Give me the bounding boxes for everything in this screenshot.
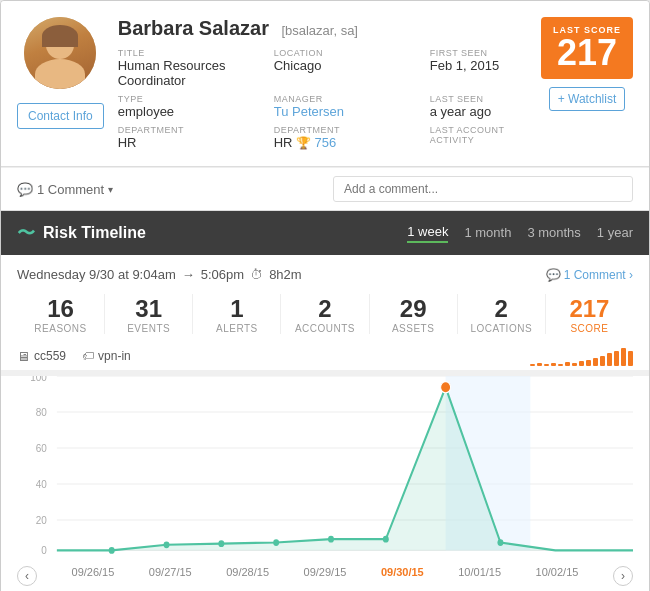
date-label-5: 09/30/15 bbox=[381, 566, 424, 586]
comment-input[interactable] bbox=[333, 176, 633, 202]
svg-point-15 bbox=[164, 541, 170, 548]
timeline-date-row: Wednesday 9/30 at 9:04am → 5:06pm ⏱ 8h2m… bbox=[17, 267, 633, 282]
date-label-3: 09/28/15 bbox=[226, 566, 269, 586]
date-text: Wednesday 9/30 at 9:04am bbox=[17, 267, 176, 282]
score-bar-6 bbox=[572, 363, 577, 366]
score-bar-0 bbox=[530, 364, 535, 366]
first-seen-value: Feb 1, 2015 bbox=[430, 58, 527, 73]
timeline-date: Wednesday 9/30 at 9:04am → 5:06pm ⏱ 8h2m bbox=[17, 267, 302, 282]
stat-alerts-label: ALERTS bbox=[193, 323, 280, 334]
stat-locations-label: LOCATIONS bbox=[458, 323, 545, 334]
stat-score-label: SCORE bbox=[546, 323, 633, 334]
rank-icon: 🏆 bbox=[296, 136, 314, 150]
last-seen-value: a year ago bbox=[430, 104, 527, 119]
type-label: TYPE bbox=[118, 94, 258, 104]
time-filter-1year[interactable]: 1 year bbox=[597, 225, 633, 242]
score-bar-8 bbox=[586, 360, 591, 366]
svg-text:40: 40 bbox=[36, 478, 47, 491]
tag-row: 🖥 cc559 🏷 vpn-in bbox=[17, 346, 633, 370]
profile-name: Barbara Salazar bbox=[118, 17, 269, 39]
stat-events-label: EVENTS bbox=[105, 323, 192, 334]
svg-point-20 bbox=[441, 382, 451, 393]
score-number: 217 bbox=[553, 35, 621, 71]
risk-title: 〜 Risk Timeline bbox=[17, 221, 146, 245]
dept-label: DEPARTMENT bbox=[118, 125, 258, 135]
profile-username: [bsalazar, sa] bbox=[281, 23, 358, 38]
stat-score-number: 217 bbox=[546, 295, 633, 323]
manager-label: MANAGER bbox=[274, 94, 414, 104]
score-bar-2 bbox=[544, 364, 549, 366]
tag-vpn: 🏷 vpn-in bbox=[82, 349, 131, 363]
svg-point-14 bbox=[109, 547, 115, 554]
score-bar-10 bbox=[600, 356, 605, 366]
svg-point-21 bbox=[497, 539, 503, 546]
score-bar-12 bbox=[614, 351, 619, 366]
first-seen-label: FIRST SEEN bbox=[430, 48, 527, 58]
manager-value[interactable]: Tu Petersen bbox=[274, 104, 414, 119]
field-last-account: LAST ACCOUNT ACTIVITY bbox=[430, 125, 527, 150]
comment-count-label: 1 Comment bbox=[37, 182, 104, 197]
stat-reasons: 16 REASONS bbox=[17, 295, 104, 334]
date-label-7: 10/02/15 bbox=[536, 566, 579, 586]
stat-events: 31 EVENTS bbox=[105, 295, 192, 334]
svg-point-17 bbox=[273, 539, 279, 546]
score-bar-3 bbox=[551, 363, 556, 366]
svg-text:100: 100 bbox=[30, 376, 47, 383]
risk-timeline-icon: 〜 bbox=[17, 221, 35, 245]
time-filter-1week[interactable]: 1 week bbox=[407, 224, 448, 243]
duration: 8h2m bbox=[269, 267, 302, 282]
watchlist-button[interactable]: + Watchlist bbox=[549, 87, 626, 111]
timeline-comment-link[interactable]: 💬 1 Comment › bbox=[546, 268, 633, 282]
title-value: Human Resources Coordinator bbox=[118, 58, 258, 88]
tag-vpn-label: vpn-in bbox=[98, 349, 131, 363]
svg-point-19 bbox=[383, 536, 389, 543]
type-value: employee bbox=[118, 104, 258, 119]
stat-reasons-label: REASONS bbox=[17, 323, 104, 334]
stat-events-number: 31 bbox=[105, 295, 192, 323]
nav-arrow-right[interactable]: › bbox=[613, 566, 633, 586]
contact-info-button[interactable]: Contact Info bbox=[17, 103, 104, 129]
stat-assets-label: ASSETS bbox=[370, 323, 457, 334]
field-location: LOCATION Chicago bbox=[274, 48, 414, 88]
field-department: DEPARTMENT HR bbox=[118, 125, 258, 150]
svg-text:60: 60 bbox=[36, 442, 47, 455]
tag-items: 🖥 cc559 🏷 vpn-in bbox=[17, 349, 131, 364]
stat-alerts-number: 1 bbox=[193, 295, 280, 323]
time-filter-1month[interactable]: 1 month bbox=[464, 225, 511, 242]
svg-point-18 bbox=[328, 536, 334, 543]
field-manager: MANAGER Tu Petersen bbox=[274, 94, 414, 119]
score-bar-5 bbox=[565, 362, 570, 366]
comment-count[interactable]: 💬 1 Comment ▾ bbox=[17, 182, 113, 197]
tag-icon: 🏷 bbox=[82, 349, 94, 363]
stat-locations-number: 2 bbox=[458, 295, 545, 323]
stat-assets: 29 ASSETS bbox=[370, 295, 457, 334]
last-account-label: LAST ACCOUNT ACTIVITY bbox=[430, 125, 527, 145]
nav-arrow-left[interactable]: ‹ bbox=[17, 566, 37, 586]
profile-fields: TITLE Human Resources Coordinator LOCATI… bbox=[118, 48, 527, 150]
comment-bubble-icon: 💬 bbox=[17, 182, 33, 197]
dept2-label: DEPARTMENT bbox=[274, 125, 414, 135]
score-bar-14 bbox=[628, 351, 633, 366]
date-label-1: 09/26/15 bbox=[72, 566, 115, 586]
time-filter-3months[interactable]: 3 months bbox=[527, 225, 580, 242]
comments-bar: 💬 1 Comment ▾ bbox=[1, 167, 649, 211]
timeline-content: Wednesday 9/30 at 9:04am → 5:06pm ⏱ 8h2m… bbox=[1, 255, 649, 370]
date-axis-wrapper: ‹ 09/26/15 09/27/15 09/28/15 09/29/15 09… bbox=[1, 560, 649, 591]
main-container: Contact Info Barbara Salazar [bsalazar, … bbox=[0, 0, 650, 591]
location-value: Chicago bbox=[274, 58, 414, 73]
date-axis: ‹ 09/26/15 09/27/15 09/28/15 09/29/15 09… bbox=[1, 560, 649, 591]
score-bar-11 bbox=[607, 353, 612, 366]
dept2-value: HR 🏆 756 bbox=[274, 135, 414, 150]
svg-point-16 bbox=[218, 540, 224, 547]
profile-header: Contact Info Barbara Salazar [bsalazar, … bbox=[1, 1, 649, 167]
field-title: TITLE Human Resources Coordinator bbox=[118, 48, 258, 88]
risk-title-text: Risk Timeline bbox=[43, 224, 146, 242]
stat-assets-number: 29 bbox=[370, 295, 457, 323]
dept-value: HR bbox=[118, 135, 258, 150]
time-filters: 1 week 1 month 3 months 1 year bbox=[407, 224, 633, 243]
dept-rank: 756 bbox=[314, 135, 336, 150]
stat-score: 217 SCORE bbox=[546, 295, 633, 334]
stat-accounts-number: 2 bbox=[281, 295, 368, 323]
monitor-icon: 🖥 bbox=[17, 349, 30, 364]
score-bar-4 bbox=[558, 364, 563, 366]
